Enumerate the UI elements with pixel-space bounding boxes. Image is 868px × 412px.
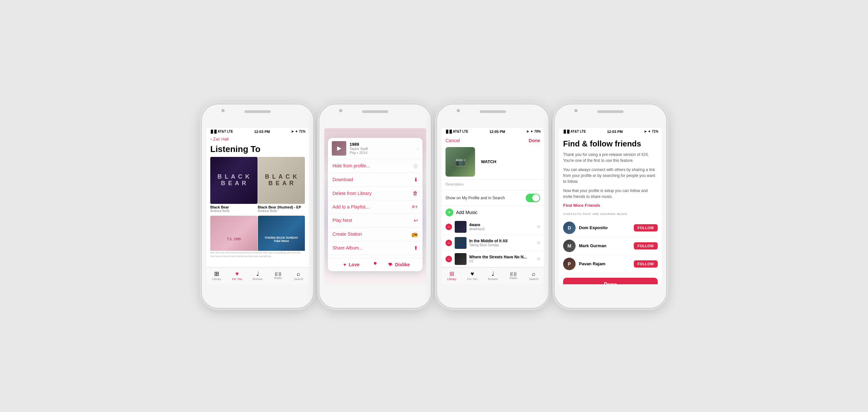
phone-1-screen: ▐▌█ AT&T LTE 12:03 PM ➤ ✦ 71% ‹ Zac Hall…: [206, 128, 309, 284]
love-button[interactable]: ♥ Love: [328, 258, 375, 271]
remove-btn-2[interactable]: −: [445, 256, 452, 262]
tab-browse[interactable]: ♩ Browse: [247, 271, 268, 281]
p3-radio-label: Radio: [509, 276, 518, 280]
music-item-2: − Where the Streets Have No N... U2 ≡: [441, 251, 544, 267]
album-artist-1: Andrew Belle: [258, 209, 305, 213]
cancel-button[interactable]: Cancel: [445, 138, 460, 143]
contact-name-0: Dom Esposito: [579, 225, 630, 230]
for-you-label: For You: [232, 277, 242, 281]
follow-button-1[interactable]: FOLLOW: [634, 242, 658, 249]
tab-for-you[interactable]: ♥ For You: [227, 271, 247, 281]
p3-search-icon: ⌕: [532, 271, 535, 277]
carrier-info: ▐▌█ AT&T LTE: [210, 130, 233, 133]
phone-1-top: [202, 104, 313, 128]
tab-library[interactable]: ⊞ Library: [206, 271, 227, 281]
phone-2-speaker: [362, 110, 388, 113]
phone-4-content: Find & follow friends Thank you for usin…: [559, 135, 662, 284]
phone-3-speaker: [480, 110, 506, 113]
phone-1-camera: [221, 109, 225, 112]
music-thumb-1: [455, 237, 467, 249]
done-button[interactable]: Done: [563, 278, 658, 284]
tab-radio[interactable]: ((·)) Radio: [268, 272, 288, 280]
pink-dot: [374, 262, 376, 265]
album-name-0: Black Bear: [210, 205, 257, 209]
drag-handle-0[interactable]: ≡: [537, 224, 540, 230]
search-icon: ⌕: [297, 271, 300, 277]
p3-tab-search[interactable]: ⌕ Search: [524, 271, 544, 281]
album-item-3[interactable]: TAKING BACK SUNDAYTidal Wave Tidal Wave …: [258, 216, 305, 251]
play-overlay: ▶: [332, 141, 346, 156]
search-label: Search: [294, 277, 304, 281]
music-thumb-2: [455, 253, 467, 265]
phones-container: ▐▌█ AT&T LTE 12:03 PM ➤ ✦ 71% ‹ Zac Hall…: [202, 104, 666, 308]
p3-library-label: Library: [447, 277, 456, 281]
back-label[interactable]: Zac Hall: [213, 137, 229, 141]
p3-tab-radio[interactable]: ((·)) Radio: [503, 272, 523, 280]
time-display: 12:03 PM: [254, 130, 270, 134]
music-thumb-0: [455, 221, 467, 233]
p3-tab-library[interactable]: ⊞ Library: [441, 271, 462, 281]
album-item-1[interactable]: B L A C KB E A R Black Bear (Hushed) - E…: [258, 157, 305, 213]
music-title-0: 4ware: [469, 222, 534, 227]
p3-search-label: Search: [529, 277, 539, 281]
album-item-0[interactable]: B L A C KB E A R Black Bear Andrew Belle: [210, 157, 257, 213]
radio-icon: ((·)): [275, 272, 281, 276]
album-item-2[interactable]: T.S. 1989 1989 Taylor Swift: [210, 216, 257, 251]
toggle-row: Show on My Profile and in Search: [441, 190, 544, 206]
menu-icon-share: ⬆: [414, 245, 418, 251]
remove-btn-0[interactable]: −: [445, 224, 452, 230]
p3-browse-icon: ♩: [492, 271, 494, 277]
menu-item-hide[interactable]: Hide from profile... ◎: [328, 159, 423, 173]
profile-photo[interactable]: 📷: [445, 147, 475, 177]
back-nav[interactable]: ‹ Zac Hall: [206, 135, 309, 143]
contact-name-2: Pavan Rajam: [579, 261, 630, 266]
menu-label-download: Download: [333, 177, 353, 182]
menu-icon-download: ⬇: [414, 177, 418, 183]
p3-library-icon: ⊞: [450, 271, 454, 277]
menu-item-download[interactable]: Download ⬇: [328, 173, 423, 187]
drag-handle-1[interactable]: ≡: [537, 240, 540, 246]
p3-battery: ➤ ✦ 70%: [526, 130, 541, 133]
p3-tab-for-you[interactable]: ♥ For You: [462, 271, 482, 281]
phone-4-speaker: [597, 110, 624, 113]
phone-4-top: [555, 104, 666, 128]
p3-battery-label: 70%: [534, 130, 541, 133]
toggle-label: Show on My Profile and in Search: [445, 196, 505, 200]
phone-1-tab-bar: ⊞ Library ♥ For You ♩ Browse ((·)) Radio…: [206, 267, 309, 284]
menu-label-playlist: Add to a Playlist...: [333, 204, 369, 209]
phone-1-content: ‹ Zac Hall Listening To B L A C KB E A R…: [206, 135, 309, 267]
done-button[interactable]: Done: [529, 138, 540, 143]
bluetooth-icon: ✦: [295, 130, 298, 133]
drag-handle-2[interactable]: ≡: [537, 256, 540, 262]
menu-item-station[interactable]: Create Station 📻: [328, 228, 423, 241]
phone-1-speaker: [244, 110, 271, 113]
dislike-button[interactable]: ♥̶ Dislike: [375, 258, 423, 271]
menu-item-delete[interactable]: Delete from Library 🗑: [328, 187, 423, 200]
p3-for-you-label: For You: [467, 277, 477, 281]
back-chevron: ‹: [210, 137, 212, 141]
p3-radio-icon: ((·)): [510, 272, 517, 276]
watch-label: WATCH: [479, 159, 496, 164]
follow-button-0[interactable]: FOLLOW: [634, 224, 658, 232]
album-grid: B L A C KB E A R Black Bear Andrew Belle…: [206, 157, 309, 251]
p3-carrier-info: ▐▌█ AT&T LTE: [445, 130, 468, 133]
phone-2-top: [319, 104, 431, 128]
toggle-switch[interactable]: [526, 194, 540, 202]
find-more-link[interactable]: Find More Friends: [563, 203, 658, 208]
music-item-1: − In the Middle of It All Taking Back Su…: [441, 235, 544, 251]
ctx-genre-year: Pop • 2014: [349, 151, 414, 154]
menu-item-play-next[interactable]: Play Next ↩: [328, 214, 423, 228]
tab-search[interactable]: ⌕ Search: [288, 271, 309, 281]
contact-row-2: P Pavan Rajam FOLLOW: [563, 255, 658, 273]
menu-item-share[interactable]: Share Album... ⬆: [328, 241, 423, 255]
music-info-2: Where the Streets Have No N... U2: [469, 255, 534, 263]
add-music-button[interactable]: + Add Music: [441, 206, 544, 219]
follow-button-2[interactable]: FOLLOW: [634, 260, 658, 268]
menu-item-playlist[interactable]: Add to a Playlist... ≡+: [328, 200, 423, 214]
avatar-pavan-inner: P: [563, 258, 576, 270]
description-label: Description: [445, 182, 540, 186]
p4-battery: ➤ ✦ 71%: [644, 130, 658, 133]
remove-btn-1[interactable]: −: [445, 240, 452, 246]
p3-tab-browse[interactable]: ♩ Browse: [483, 271, 503, 281]
phone-3-status-bar: ▐▌█ AT&T LTE 12:05 PM ➤ ✦ 70%: [441, 128, 544, 135]
